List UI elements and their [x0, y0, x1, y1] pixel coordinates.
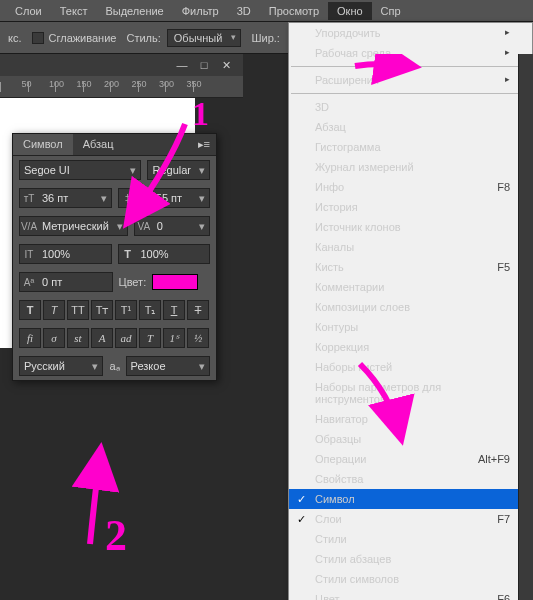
tab-paragraph[interactable]: Абзац	[73, 134, 124, 155]
ruler-label: 150	[77, 79, 92, 89]
vscale-field[interactable]: IT100%	[19, 244, 112, 264]
options-ext: кс.	[8, 32, 22, 44]
checkbox-icon	[32, 32, 44, 44]
smoothing-checkbox[interactable]: Сглаживание	[32, 32, 117, 44]
underline-button[interactable]: T	[163, 300, 185, 320]
ot-swash-button[interactable]: A	[91, 328, 113, 348]
type-style-row1: T T TT Tᴛ T¹ T₁ T T	[13, 296, 216, 324]
italic-button[interactable]: T	[43, 300, 65, 320]
menu-item[interactable]: ЦветF6	[289, 589, 532, 600]
menu-item[interactable]: Комментарии	[289, 277, 532, 297]
menu-item[interactable]: Образцы	[289, 429, 532, 449]
subscript-button[interactable]: T₁	[139, 300, 161, 320]
menu-item[interactable]: ИнфоF8	[289, 177, 532, 197]
font-family-field[interactable]: Segoe UI▾	[19, 160, 141, 180]
ruler-horizontal: 050100150200250300350	[0, 76, 243, 98]
antialias-field[interactable]: Резкое▾	[126, 356, 210, 376]
menu-item[interactable]: Каналы	[289, 237, 532, 257]
baseline-icon: Aª	[20, 277, 38, 288]
font-size-icon: тТ	[20, 193, 38, 204]
baseline-field[interactable]: Aª0 пт	[19, 272, 113, 292]
color-swatch[interactable]	[152, 274, 198, 290]
ot-fraction-button[interactable]: ½	[187, 328, 209, 348]
ruler-tick	[28, 82, 29, 92]
smallcaps-button[interactable]: Tᴛ	[91, 300, 113, 320]
minimize-icon[interactable]: —	[175, 58, 189, 72]
ruler-tick	[138, 82, 139, 92]
menu-текст[interactable]: Текст	[51, 2, 97, 20]
bold-button[interactable]: T	[19, 300, 41, 320]
menu-item[interactable]: Источник клонов	[289, 217, 532, 237]
menu-arrange[interactable]: Упорядочить▸	[289, 23, 532, 43]
menu-спр[interactable]: Спр	[372, 2, 410, 20]
ot-fi-button[interactable]: fi	[19, 328, 41, 348]
menu-item[interactable]: Контуры	[289, 317, 532, 337]
panel-tabs: Символ Абзац ▸≡	[13, 134, 216, 156]
ot-st-button[interactable]: st	[67, 328, 89, 348]
ot-ad-button[interactable]: ad	[115, 328, 137, 348]
window-menu: Упорядочить▸ Рабочая среда▸ Расширения▸ …	[288, 22, 533, 600]
language-field[interactable]: Русский▾	[19, 356, 103, 376]
tracking-icon: V/A	[20, 221, 38, 232]
menu-item[interactable]: 3D	[289, 97, 532, 117]
ot-titling-button[interactable]: T	[139, 328, 161, 348]
ruler-tick	[165, 82, 166, 92]
menu-item[interactable]: Абзац	[289, 117, 532, 137]
menu-item[interactable]: Гистограмма	[289, 137, 532, 157]
ruler-tick	[0, 82, 1, 92]
menu-окно[interactable]: Окно	[328, 2, 372, 20]
menu-item[interactable]: ✓СлоиF7	[289, 509, 532, 529]
menu-item[interactable]: Стили абзацев	[289, 549, 532, 569]
right-dock	[518, 54, 533, 600]
ruler-label: 250	[132, 79, 147, 89]
panel-menu-icon[interactable]: ▸≡	[192, 134, 216, 155]
tracking-field[interactable]: V/AМетрический▾	[19, 216, 128, 236]
menu-item[interactable]: История	[289, 197, 532, 217]
font-style-field[interactable]: Regular▾	[147, 160, 210, 180]
style-value: Обычный	[174, 32, 223, 44]
smoothing-label: Сглаживание	[49, 32, 117, 44]
leading-field[interactable]: ‡25,55 пт▾	[118, 188, 211, 208]
font-size-field[interactable]: тТ36 пт▾	[19, 188, 112, 208]
ot-sigma-button[interactable]: σ	[43, 328, 65, 348]
menu-workspace[interactable]: Рабочая среда▸	[289, 43, 532, 63]
ruler-tick	[193, 82, 194, 92]
color-label: Цвет:	[119, 276, 147, 288]
menu-item[interactable]: Наборы параметров для инструментов	[289, 377, 532, 409]
strike-button[interactable]: T	[187, 300, 209, 320]
menu-выделение[interactable]: Выделение	[96, 2, 172, 20]
menu-item[interactable]: Свойства	[289, 469, 532, 489]
aa-icon: aₐ	[109, 360, 119, 373]
annotation-2: 2	[105, 510, 127, 561]
maximize-icon[interactable]: □	[197, 58, 211, 72]
menu-3d[interactable]: 3D	[228, 2, 260, 20]
menu-item[interactable]: Стили	[289, 529, 532, 549]
ruler-tick	[110, 82, 111, 92]
menu-item[interactable]: Композиции слоев	[289, 297, 532, 317]
menu-separator	[291, 66, 530, 67]
menu-фильтр[interactable]: Фильтр	[173, 2, 228, 20]
menu-item[interactable]: КистьF5	[289, 257, 532, 277]
menu-extensions[interactable]: Расширения▸	[289, 70, 532, 90]
tab-character[interactable]: Символ	[13, 134, 73, 155]
leading-icon: ‡	[119, 193, 137, 204]
menu-item[interactable]: Наборы кистей	[289, 357, 532, 377]
style-dropdown[interactable]: Обычный	[167, 29, 242, 47]
menu-item[interactable]: Коррекция	[289, 337, 532, 357]
superscript-button[interactable]: T¹	[115, 300, 137, 320]
allcaps-button[interactable]: TT	[67, 300, 89, 320]
menu-слои[interactable]: Слои	[6, 2, 51, 20]
ruler-label: 200	[104, 79, 119, 89]
style-label: Стиль:	[126, 32, 160, 44]
menu-item[interactable]: ✓Символ	[289, 489, 532, 509]
menu-просмотр[interactable]: Просмотр	[260, 2, 328, 20]
menu-item[interactable]: Навигатор	[289, 409, 532, 429]
close-icon[interactable]: ✕	[219, 58, 233, 72]
menu-item[interactable]: Стили символов	[289, 569, 532, 589]
ruler-label: 50	[22, 79, 32, 89]
menu-item[interactable]: Журнал измерений	[289, 157, 532, 177]
kerning-field[interactable]: VA0▾	[134, 216, 210, 236]
menu-item[interactable]: ОперацииAlt+F9	[289, 449, 532, 469]
ot-ordinal-button[interactable]: 1ˢ	[163, 328, 185, 348]
hscale-field[interactable]: T100%	[118, 244, 211, 264]
